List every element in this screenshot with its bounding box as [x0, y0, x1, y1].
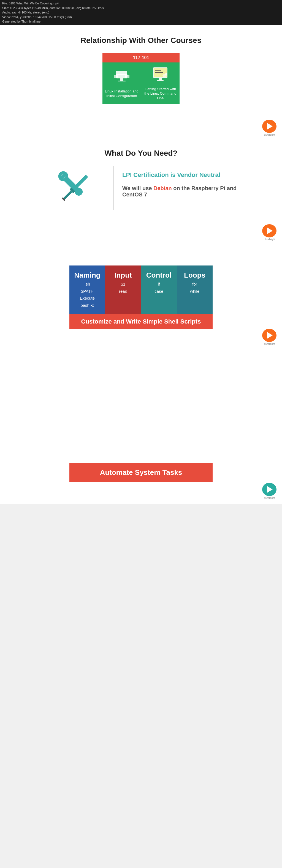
slide1-title: Relationship With Other Courses — [81, 36, 201, 45]
naming-title: Naming — [73, 271, 102, 280]
input-sub: $1read — [109, 281, 138, 294]
linux-icon — [113, 68, 130, 87]
slide-shellscripts: Naming .sh$PATHExecutebash -x Input $1re… — [0, 245, 282, 350]
ps-label-4: pluralsight — [263, 497, 275, 499]
course-card-linux-title: Linux Installation and Initial Configura… — [105, 89, 139, 98]
svg-rect-15 — [159, 78, 162, 80]
control-title: Control — [144, 271, 173, 280]
shell-banner: Customize and Write Simple Shell Scripts — [69, 314, 213, 329]
loops-sub: forwhile — [180, 281, 209, 294]
tools-icon-area — [45, 166, 105, 210]
course-card-linux: Linux Installation and Initial Configura… — [103, 62, 141, 104]
course-id: 117-101 — [103, 53, 179, 62]
pluralsight-logo-2: pluralsight — [261, 224, 278, 241]
cmdline-icon — [152, 66, 169, 85]
ps-label-1: pluralsight — [263, 133, 275, 136]
tools-point2-brand: Debian — [153, 185, 172, 191]
tools-point2-prefix: We will use — [122, 185, 153, 191]
shell-cell-naming: Naming .sh$PATHExecutebash -x — [69, 266, 105, 314]
course-cards: Linux Installation and Initial Configura… — [103, 62, 179, 104]
svg-rect-2 — [118, 81, 125, 82]
loops-title: Loops — [180, 271, 209, 280]
tools-divider — [113, 166, 114, 210]
tools-point2: We will use Debian on the Raspberry Pi a… — [122, 185, 237, 198]
svg-rect-16 — [157, 80, 164, 81]
automate-banner: Automate System Tasks — [69, 463, 213, 482]
ps-label-3: pluralsight — [263, 343, 275, 345]
tools-point1: LPI Certification is Vendor Neutral — [122, 172, 237, 179]
svg-rect-26 — [63, 190, 72, 200]
svg-point-18 — [165, 73, 167, 75]
naming-sub: .sh$PATHExecutebash -x — [73, 281, 102, 309]
ps-play-icon-1 — [262, 120, 277, 133]
pluralsight-logo-1: pluralsight — [261, 120, 278, 136]
tools-text: LPI Certification is Vendor Neutral We w… — [122, 166, 237, 210]
video-size-line: Size: 16238494 bytes (15.49 MiB), durati… — [2, 6, 280, 10]
shell-cell-input: Input $1read — [105, 266, 141, 314]
slide-whatdouneed: What Do You Need? — [0, 141, 282, 245]
shell-cell-loops: Loops forwhile — [177, 266, 213, 314]
video-generated-line: Generated by Thumbnail.me — [2, 19, 280, 24]
slide-automate: Automate System Tasks pluralsight — [0, 350, 282, 504]
slide2-title: What Do You Need? — [105, 149, 178, 158]
ps-play-icon-3 — [262, 329, 277, 342]
slide-relationship: Relationship With Other Courses 117-101 — [0, 25, 282, 141]
pluralsight-logo-3: pluralsight — [261, 329, 278, 345]
shell-grid: Naming .sh$PATHExecutebash -x Input $1re… — [69, 266, 213, 314]
ps-label-2: pluralsight — [263, 238, 275, 241]
video-file-line: File: 0101 What Will We Be Covering.mp4 — [2, 1, 280, 6]
course-card-cmdline-title: Getting Started with the Linux Command L… — [143, 87, 178, 101]
pluralsight-logo-4: pluralsight — [261, 483, 278, 499]
ps-play-icon-2 — [262, 224, 277, 238]
shell-cell-control: Control ifcase — [141, 266, 177, 314]
course-box: 117-101 — [103, 53, 179, 104]
video-audio-line: Audio: aac, 44100 Hz, stereo (eng) — [2, 10, 280, 15]
course-card-cmdline: Getting Started with the Linux Command L… — [141, 62, 180, 104]
input-title: Input — [109, 271, 138, 280]
tools-section: LPI Certification is Vendor Neutral We w… — [45, 166, 237, 210]
control-sub: ifcase — [144, 281, 173, 294]
svg-rect-1 — [120, 79, 123, 81]
video-video-line: Video: h264, yuv420p, 1024×768, 15.00 fp… — [2, 15, 280, 20]
ps-play-icon-4 — [262, 483, 277, 496]
video-info-bar: File: 0101 What Will We Be Covering.mp4 … — [0, 0, 282, 25]
